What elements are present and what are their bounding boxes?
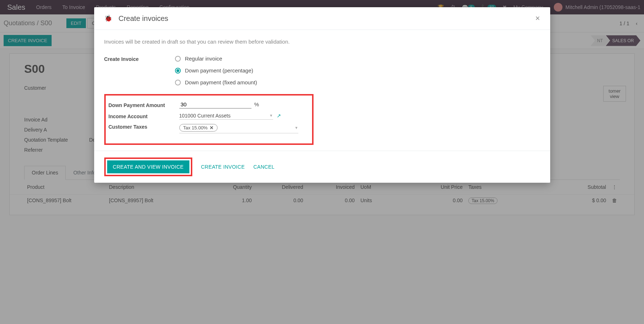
create-and-view-invoice-button[interactable]: CREATE AND VIEW INVOICE [107,160,189,173]
external-link-icon[interactable]: ↗ [277,113,281,119]
radio-dot-icon [175,80,181,85]
create-invoice-button-modal[interactable]: CREATE INVOICE [201,160,245,173]
income-account-select[interactable]: 101000 Current Assets ▼ [179,112,273,120]
label-down-payment-amount: Down Payment Amount [109,101,179,109]
chevron-down-icon: ▼ [270,114,273,117]
label-income-account: Income Account [109,112,179,119]
down-payment-amount-input[interactable] [179,101,251,108]
label-create-invoice: Create Invoice [104,55,175,62]
cancel-button[interactable]: CANCEL [253,160,275,173]
radio-regular-invoice[interactable]: Regular invoice [175,56,298,62]
highlight-box: Down Payment Amount % Income Account 101… [104,94,314,145]
customer-taxes-input[interactable]: Tax 15.00% ✕ ▼ [179,123,298,133]
percent-label: % [254,101,259,107]
label-customer-taxes: Customer Taxes [109,123,179,130]
radio-dot-icon [175,56,181,62]
bug-icon[interactable]: 🐞 [104,14,112,22]
radio-down-payment-percentage[interactable]: Down payment (percentage) [175,67,298,74]
radio-dot-icon [175,68,181,74]
chevron-down-icon: ▼ [295,126,298,130]
modal-overlay: 🐞 Create invoices × Invoices will be cre… [0,0,644,215]
radio-down-payment-fixed[interactable]: Down payment (fixed amount) [175,79,298,85]
create-invoices-modal: 🐞 Create invoices × Invoices will be cre… [94,7,550,183]
remove-tag-icon[interactable]: ✕ [210,125,214,130]
tax-tag[interactable]: Tax 15.00% ✕ [179,124,218,132]
modal-hint: Invoices will be created in draft so tha… [104,39,540,45]
highlight-box-footer: CREATE AND VIEW INVOICE [104,157,192,176]
close-icon[interactable]: × [535,14,540,23]
modal-title: Create invoices [119,14,168,23]
